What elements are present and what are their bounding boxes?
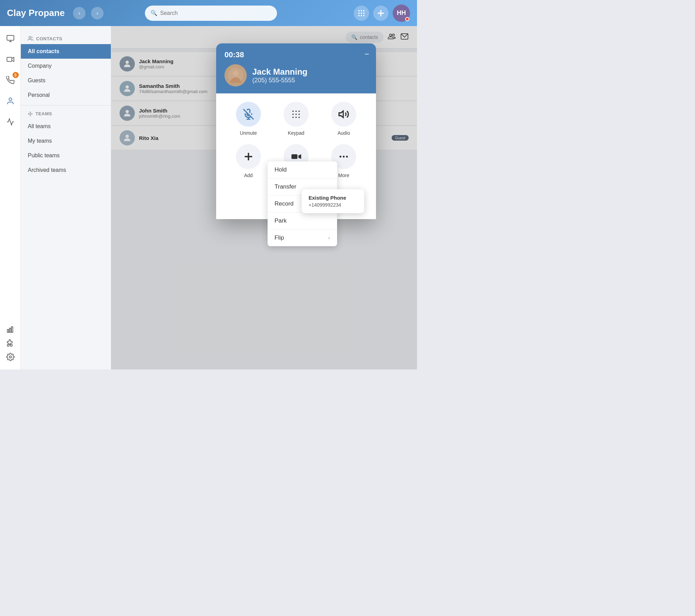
sidebar-item-guests[interactable]: Guests xyxy=(21,73,111,88)
svg-point-1 xyxy=(361,10,362,11)
svg-rect-14 xyxy=(7,57,12,61)
svg-point-45 xyxy=(292,117,294,118)
hold-option[interactable]: Hold xyxy=(268,161,337,178)
svg-point-55 xyxy=(346,156,348,157)
chevron-right-icon: › xyxy=(328,234,330,241)
svg-point-23 xyxy=(30,112,31,113)
app-title: Clay Propane xyxy=(7,8,65,18)
icon-bar-bottom xyxy=(3,322,17,364)
more-label: More xyxy=(338,173,349,178)
park-option[interactable]: Park xyxy=(268,213,337,230)
sidebar: CONTACTS All contacts Company Guests Per… xyxy=(21,26,111,369)
contacts-icon[interactable] xyxy=(3,94,17,108)
svg-rect-17 xyxy=(7,330,9,332)
call-contact-name: Jack Manning xyxy=(252,67,308,77)
sidebar-divider xyxy=(21,105,111,106)
status-dot xyxy=(405,17,409,21)
svg-point-7 xyxy=(361,15,362,16)
audio-button[interactable]: Audio xyxy=(331,102,356,136)
settings-icon[interactable] xyxy=(3,350,17,364)
svg-point-20 xyxy=(9,356,11,358)
svg-point-8 xyxy=(363,15,365,16)
svg-rect-11 xyxy=(7,35,14,40)
unmute-button[interactable]: Unmute xyxy=(236,102,261,136)
minimize-button[interactable]: − xyxy=(365,50,369,59)
unmute-label: Unmute xyxy=(240,130,257,136)
mute-icon xyxy=(236,102,261,127)
sidebar-item-public-teams[interactable]: Public teams xyxy=(21,148,111,163)
inbox-icon[interactable] xyxy=(3,115,17,129)
sidebar-item-all-contacts[interactable]: All contacts xyxy=(21,44,111,59)
call-avatar xyxy=(224,64,247,86)
call-contact-phone: (205) 555-5555 xyxy=(252,77,308,84)
svg-point-5 xyxy=(363,13,365,14)
add-call-button[interactable]: Add xyxy=(236,144,261,178)
content-area: 🔍 contacts xyxy=(111,26,417,369)
phone-popup-title: Existing Phone xyxy=(309,195,357,201)
svg-point-3 xyxy=(358,13,360,14)
svg-point-26 xyxy=(32,113,32,114)
svg-marker-52 xyxy=(299,154,301,159)
keypad-button[interactable]: Keypad xyxy=(284,102,309,136)
flip-option[interactable]: Flip › xyxy=(268,230,337,246)
svg-point-42 xyxy=(292,114,294,115)
sidebar-item-all-teams[interactable]: All teams xyxy=(21,119,111,134)
svg-point-46 xyxy=(295,117,297,118)
sidebar-item-archived-teams[interactable]: Archived teams xyxy=(21,163,111,177)
add-label: Add xyxy=(244,173,253,178)
audio-label: Audio xyxy=(337,130,350,136)
svg-point-22 xyxy=(30,113,31,115)
video-icon[interactable] xyxy=(3,52,17,66)
add-button[interactable] xyxy=(373,6,389,21)
phone-icon[interactable]: 5 xyxy=(3,73,17,87)
svg-rect-19 xyxy=(11,327,13,332)
contacts-section-header: CONTACTS xyxy=(21,33,111,44)
svg-rect-51 xyxy=(292,154,297,159)
svg-point-40 xyxy=(295,110,297,112)
search-input[interactable] xyxy=(160,10,271,16)
svg-marker-15 xyxy=(12,57,14,61)
svg-point-35 xyxy=(233,70,238,76)
keypad-icon xyxy=(284,102,309,127)
phone-popup-number: +14099992234 xyxy=(309,202,357,208)
icon-bar: 5 xyxy=(0,26,21,369)
chat-icon[interactable] xyxy=(3,32,17,45)
svg-marker-48 xyxy=(339,111,343,118)
phone-popup[interactable]: Existing Phone +14099992234 xyxy=(302,189,364,213)
dialpad-button[interactable] xyxy=(354,6,369,21)
analytics-icon[interactable] xyxy=(3,322,17,336)
svg-point-43 xyxy=(295,114,297,115)
svg-point-0 xyxy=(358,10,360,11)
app-header: Clay Propane ‹ › 🔍 HH xyxy=(0,0,417,26)
call-header: 00:38 − Jack Manning (205) 555-5555 xyxy=(216,43,376,93)
svg-point-53 xyxy=(340,156,341,157)
phone-badge: 5 xyxy=(13,72,19,78)
user-avatar-button[interactable]: HH xyxy=(393,5,410,22)
svg-point-25 xyxy=(28,113,29,114)
svg-point-4 xyxy=(361,13,362,14)
svg-point-41 xyxy=(299,110,300,112)
svg-point-47 xyxy=(299,117,300,118)
puzzle-icon[interactable] xyxy=(3,336,17,350)
svg-point-39 xyxy=(292,110,294,112)
call-actions-row-1: Unmute Keypad xyxy=(224,102,368,136)
svg-point-16 xyxy=(9,98,12,101)
svg-rect-18 xyxy=(9,328,11,332)
nav-back-button[interactable]: ‹ xyxy=(73,7,85,19)
svg-point-2 xyxy=(363,10,365,11)
search-bar: 🔍 xyxy=(145,6,277,21)
sidebar-item-my-teams[interactable]: My teams xyxy=(21,134,111,148)
main-layout: 5 xyxy=(0,26,417,369)
svg-point-6 xyxy=(358,15,360,16)
teams-section-header: TEAMS xyxy=(21,108,111,119)
keypad-label: Keypad xyxy=(288,130,304,136)
svg-point-44 xyxy=(299,114,300,115)
nav-forward-button[interactable]: › xyxy=(91,7,104,19)
call-contact: Jack Manning (205) 555-5555 xyxy=(224,64,368,86)
sidebar-item-personal[interactable]: Personal xyxy=(21,88,111,102)
search-icon: 🔍 xyxy=(150,10,157,16)
svg-point-21 xyxy=(29,36,31,38)
svg-point-24 xyxy=(30,115,31,116)
call-timer: 00:38 xyxy=(224,50,368,59)
sidebar-item-company[interactable]: Company xyxy=(21,59,111,73)
